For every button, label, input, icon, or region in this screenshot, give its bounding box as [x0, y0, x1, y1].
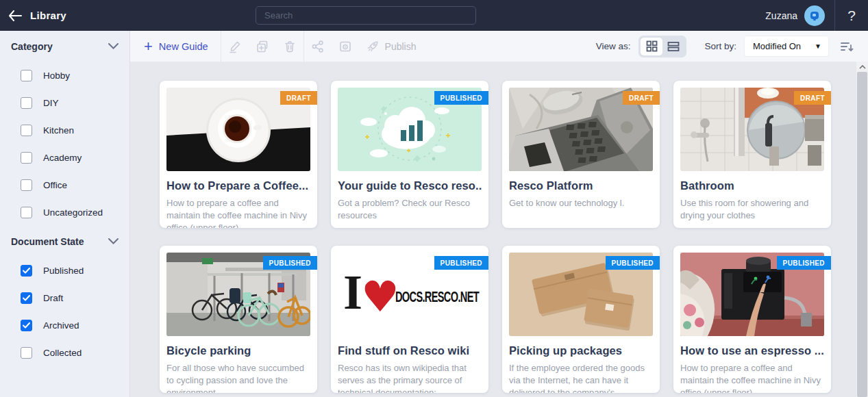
avatar[interactable]	[804, 5, 825, 26]
rocket-icon	[366, 40, 380, 53]
duplicate-button[interactable]	[249, 31, 276, 62]
guide-card-resco-platform[interactable]: DRAFT Resco Platform Get to know our tec…	[502, 81, 660, 228]
checkbox[interactable]	[21, 292, 32, 304]
card-title: Find stuff on Resco wiki	[338, 344, 482, 357]
filter-label: Office	[43, 180, 67, 190]
guide-card-resco-wiki[interactable]: I ♥ DOCS.RESCO.NET PUBLISHED Find stuff …	[331, 246, 488, 393]
status-badge: DRAFT	[280, 91, 317, 105]
filter-label: Draft	[43, 293, 63, 303]
filter-label: Academy	[43, 153, 82, 163]
filter-item-uncategorized[interactable]: Uncategorized	[0, 198, 129, 226]
back-button[interactable]	[0, 0, 30, 31]
delete-button[interactable]	[276, 31, 303, 62]
filter-item-draft[interactable]: Draft	[0, 284, 129, 311]
card-description: If the employee ordered the goods via th…	[509, 362, 653, 393]
card-description: Got a problem? Check our Resco resources	[338, 197, 482, 222]
filter-item-office[interactable]: Office	[0, 171, 129, 198]
filter-item-published[interactable]: Published	[0, 257, 129, 284]
status-badge: PUBLISHED	[777, 256, 831, 270]
filter-label: Collected	[43, 348, 82, 358]
help-button[interactable]: ?	[835, 0, 868, 31]
document-state-section-header[interactable]: Document State	[0, 226, 129, 257]
checkbox[interactable]	[21, 347, 32, 359]
card-description: How to prepare a coffee and maintain the…	[166, 197, 310, 228]
pencil-icon	[228, 40, 242, 53]
guide-card-how-to-prepare-coffee[interactable]: DRAFT How to Prepare a Coffee... How to …	[160, 81, 317, 228]
card-description: Get to know our technology l.	[509, 197, 653, 209]
filter-item-kitchen[interactable]: Kitchen	[0, 116, 129, 144]
search-input[interactable]	[264, 10, 467, 21]
new-guide-label: New Guide	[159, 41, 208, 52]
edit-button[interactable]	[221, 31, 249, 62]
share-button[interactable]	[304, 31, 332, 62]
document-state-section-label: Document State	[11, 236, 84, 247]
trash-icon	[283, 40, 297, 53]
new-guide-button[interactable]: + New Guide	[130, 31, 221, 62]
checkbox[interactable]	[21, 207, 32, 218]
filter-item-academy[interactable]: Academy	[0, 144, 129, 171]
status-badge: DRAFT	[623, 91, 660, 105]
robot-avatar-icon	[808, 10, 821, 22]
filter-item-hobby[interactable]: Hobby	[0, 62, 129, 89]
checkbox[interactable]	[21, 152, 32, 164]
chevron-down-icon	[108, 43, 119, 49]
wiki-i-text: I	[343, 265, 362, 320]
page-title: Library	[30, 10, 66, 21]
wiki-heart-glyph: ♥	[361, 272, 399, 322]
view-as-label: View as:	[596, 41, 631, 51]
sort-by-label: Sort by:	[704, 41, 736, 51]
view-toggle	[638, 36, 686, 57]
checkbox[interactable]	[21, 125, 32, 136]
filter-item-diy[interactable]: DIY	[0, 89, 129, 116]
chevron-down-icon	[108, 238, 119, 244]
scrollbar-thumb[interactable]	[857, 72, 867, 397]
checkbox[interactable]	[21, 320, 32, 331]
back-arrow-icon	[8, 10, 22, 21]
sort-direction-button[interactable]	[835, 31, 858, 62]
status-badge: PUBLISHED	[263, 256, 317, 270]
duplicate-icon	[256, 40, 269, 53]
publish-button[interactable]: Publish	[359, 31, 423, 62]
guide-card-bathroom[interactable]: DRAFT Bathroom Use this room for showeri…	[673, 81, 831, 228]
sort-descending-icon	[841, 41, 854, 52]
guide-card-picking-up-packages[interactable]: PUBLISHED Picking up packages If the emp…	[502, 246, 660, 393]
card-title: Resco Platform	[509, 179, 653, 192]
card-description: Use this room for showering and drying y…	[680, 197, 824, 222]
wiki-site-text: DOCS.RESCO.NET	[395, 288, 480, 305]
category-section-header[interactable]: Category	[0, 31, 129, 62]
filter-label: Kitchen	[43, 125, 74, 136]
preview-button[interactable]	[332, 31, 359, 62]
sort-dropdown[interactable]: Modified On ▼	[745, 36, 828, 56]
checkbox[interactable]	[21, 70, 32, 81]
preview-icon	[338, 40, 352, 53]
filter-item-archived[interactable]: Archived	[0, 311, 129, 339]
card-title: Your guide to Resco reso...	[338, 179, 482, 192]
checkbox[interactable]	[21, 179, 32, 191]
list-view-icon	[667, 41, 680, 52]
guide-card-bicycle-parking[interactable]: PUBLISHED Bicycle parking For all those …	[160, 246, 317, 393]
guide-card-espresso-machine[interactable]: PUBLISHED How to use an espresso ... How…	[673, 246, 831, 393]
guide-grid-area: DRAFT How to Prepare a Coffee... How to …	[130, 62, 856, 397]
search-box[interactable]	[256, 6, 476, 25]
card-description: Resco has its own wikipedia that serves …	[338, 362, 482, 393]
scroll-up-button[interactable]	[856, 62, 868, 72]
category-section-label: Category	[11, 41, 53, 52]
list-view-button[interactable]	[662, 38, 684, 55]
filter-label: Archived	[43, 320, 79, 331]
action-toolbar: + New Guide	[130, 31, 868, 62]
card-description: How to prepare a coffee and maintain the…	[680, 362, 824, 393]
guide-card-resco-resources[interactable]: PUBLISHED Your guide to Resco reso... Go…	[331, 81, 488, 228]
help-icon: ?	[847, 8, 856, 24]
checkbox[interactable]	[21, 265, 32, 277]
card-title: Picking up packages	[509, 344, 653, 357]
plus-icon: +	[144, 39, 153, 54]
caret-down-icon: ▼	[815, 42, 821, 50]
status-badge: PUBLISHED	[606, 256, 660, 270]
grid-view-button[interactable]	[641, 38, 662, 55]
card-title: Bicycle parking	[166, 344, 310, 357]
filter-item-collected[interactable]: Collected	[0, 339, 129, 366]
status-badge: PUBLISHED	[434, 91, 488, 105]
checkbox[interactable]	[21, 97, 32, 109]
vertical-scrollbar[interactable]	[856, 62, 868, 397]
filter-label: Uncategorized	[43, 207, 103, 218]
